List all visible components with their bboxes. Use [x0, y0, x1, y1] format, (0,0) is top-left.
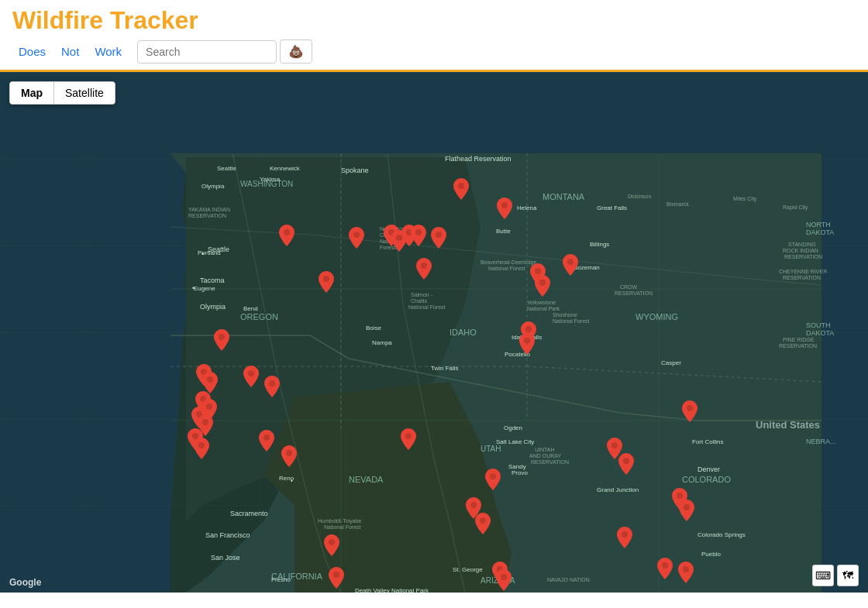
- svg-text:Olympia: Olympia: [202, 183, 225, 190]
- svg-text:San Jose: San Jose: [211, 554, 240, 562]
- svg-text:Fort Collins: Fort Collins: [692, 438, 723, 445]
- svg-point-146: [405, 433, 412, 439]
- svg-text:WYOMING: WYOMING: [636, 312, 678, 321]
- map-pin[interactable]: [617, 527, 632, 548]
- map-pin[interactable]: [319, 271, 334, 293]
- svg-text:Ogden: Ogden: [504, 424, 522, 431]
- map-pin[interactable]: [259, 430, 274, 452]
- svg-point-129: [567, 259, 574, 265]
- map-pin[interactable]: [497, 198, 512, 219]
- search-input[interactable]: [137, 40, 277, 64]
- svg-text:Salt Lake City: Salt Lake City: [496, 438, 534, 445]
- svg-text:Kennewick: Kennewick: [270, 165, 301, 172]
- svg-text:Dickinson: Dickinson: [628, 194, 651, 199]
- map-pin[interactable]: [329, 567, 344, 589]
- map-pin[interactable]: [618, 453, 634, 475]
- svg-text:MONTANA: MONTANA: [542, 192, 585, 201]
- svg-text:Yakima: Yakima: [260, 176, 281, 183]
- nav-link-does[interactable]: Does: [12, 40, 52, 63]
- svg-point-117: [458, 183, 464, 189]
- svg-text:Flathead Reservation: Flathead Reservation: [445, 155, 512, 163]
- satellite-view-button[interactable]: 🗺: [837, 565, 859, 586]
- svg-text:Pueblo: Pueblo: [701, 551, 721, 558]
- svg-text:UTAH: UTAH: [480, 445, 501, 453]
- svg-text:Death Valley National Park: Death Valley National Park: [355, 587, 429, 593]
- svg-text:Denver: Denver: [698, 465, 720, 473]
- map-pin[interactable]: [264, 376, 280, 397]
- svg-text:DAKOTA: DAKOTA: [806, 228, 834, 236]
- svg-text:Yellowstone: Yellowstone: [527, 300, 556, 305]
- svg-point-119: [284, 229, 290, 235]
- svg-point-149: [490, 473, 496, 479]
- map-pin[interactable]: [657, 558, 673, 579]
- svg-text:Nampa: Nampa: [372, 339, 392, 346]
- svg-point-139: [206, 404, 212, 410]
- svg-point-157: [611, 442, 618, 448]
- map-pin[interactable]: [682, 400, 698, 422]
- svg-text:COLORADO: COLORADO: [682, 475, 731, 484]
- nav-link-work[interactable]: Work: [88, 40, 128, 63]
- map-pin[interactable]: [324, 534, 339, 556]
- svg-point-159: [622, 531, 628, 538]
- svg-text:Twin Falls: Twin Falls: [431, 365, 459, 372]
- svg-point-130: [539, 280, 546, 286]
- svg-text:National Forest: National Forest: [408, 304, 446, 310]
- svg-text:CROW: CROW: [620, 284, 638, 290]
- map-pin[interactable]: [349, 227, 364, 249]
- nav-link-not[interactable]: Not: [55, 40, 85, 63]
- search-button[interactable]: 💩: [280, 40, 312, 64]
- svg-point-145: [286, 450, 292, 456]
- svg-point-162: [677, 493, 683, 499]
- svg-point-151: [501, 574, 507, 580]
- map-controls: ⌨ 🗺: [812, 565, 859, 586]
- svg-text:Bismarck: Bismarck: [666, 201, 689, 207]
- map-pin[interactable]: [411, 225, 426, 246]
- map-pin[interactable]: [519, 333, 535, 355]
- svg-text:Olympia: Olympia: [200, 303, 226, 311]
- map-pin[interactable]: [202, 372, 218, 393]
- map-pin[interactable]: [243, 366, 259, 387]
- svg-text:Casper: Casper: [661, 359, 681, 366]
- keyboard-shortcut-button[interactable]: ⌨: [812, 565, 834, 586]
- svg-point-141: [202, 419, 208, 425]
- svg-text:AND OURAY: AND OURAY: [529, 453, 561, 459]
- svg-point-147: [470, 502, 477, 508]
- map-pin[interactable]: [214, 329, 229, 351]
- svg-point-120: [353, 232, 360, 238]
- svg-point-126: [421, 263, 427, 269]
- map-pin[interactable]: [475, 513, 491, 534]
- svg-text:OREGON: OREGON: [240, 312, 278, 321]
- map-pin[interactable]: [279, 225, 294, 246]
- svg-text:IDAHO: IDAHO: [450, 328, 477, 337]
- svg-text:NORTH: NORTH: [806, 221, 831, 228]
- map-pin[interactable]: [563, 254, 578, 276]
- svg-text:Billings: Billings: [590, 241, 609, 248]
- svg-text:National Forest: National Forest: [488, 266, 525, 271]
- svg-text:RESERVATION: RESERVATION: [779, 343, 817, 349]
- map-pin[interactable]: [416, 258, 432, 280]
- svg-text:United States: United States: [756, 419, 820, 431]
- map-type-satellite-button[interactable]: Satellite: [54, 82, 115, 104]
- map-pin[interactable]: [485, 469, 501, 490]
- map-type-map-button[interactable]: Map: [10, 82, 54, 104]
- map-pin[interactable]: [679, 500, 694, 521]
- map-pin[interactable]: [678, 562, 694, 583]
- svg-point-135: [207, 376, 213, 383]
- map-pin[interactable]: [453, 178, 469, 200]
- map-pin[interactable]: [281, 445, 297, 467]
- map-pin[interactable]: [431, 227, 446, 249]
- svg-text:Humboldt-Toiyabe: Humboldt-Toiyabe: [318, 518, 362, 524]
- svg-text:RESERVATION: RESERVATION: [783, 275, 821, 280]
- svg-text:Spokane: Spokane: [341, 167, 369, 174]
- svg-text:NEBRA...: NEBRA...: [806, 438, 836, 445]
- map-pin[interactable]: [535, 275, 550, 297]
- nav-bar: Does Not Work 💩: [12, 40, 856, 70]
- svg-text:Miles City: Miles City: [733, 196, 757, 202]
- svg-point-165: [683, 566, 689, 572]
- map-pin[interactable]: [194, 438, 209, 459]
- svg-text:RESERVATION: RESERVATION: [784, 254, 822, 259]
- svg-text:SOUTH: SOUTH: [806, 321, 831, 329]
- map-pin[interactable]: [496, 569, 512, 591]
- map-pin[interactable]: [401, 428, 416, 450]
- svg-text:STANDING: STANDING: [788, 242, 816, 247]
